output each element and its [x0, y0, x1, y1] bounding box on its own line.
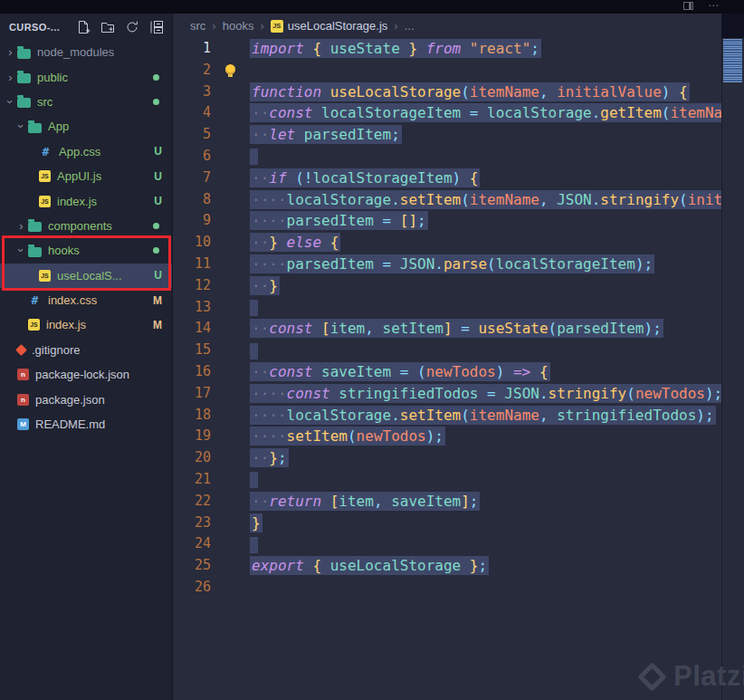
gutter-decorations — [220, 533, 250, 555]
code-line-16[interactable]: 16··const saveItem = (newTodos) => { — [173, 361, 721, 383]
code-line-8[interactable]: 8····localStorage.setItem(itemName, JSON… — [173, 189, 721, 211]
breadcrumb-item[interactable]: hooks — [223, 19, 254, 33]
code-line-25[interactable]: 25export { useLocalStorage }; — [173, 555, 721, 577]
line-number: 15 — [173, 340, 220, 361]
tree-item-hooks[interactable]: ›hooks — [0, 238, 172, 263]
gutter-decorations — [220, 555, 250, 577]
refresh-icon — [125, 20, 139, 34]
code-line-4[interactable]: 4··const localStorageItem = localStorage… — [173, 102, 721, 124]
code-line-10[interactable]: 10··} else { — [173, 232, 721, 254]
code-line-7[interactable]: 7··if (!localStorageItem) { — [173, 168, 721, 189]
selection-stub — [250, 300, 258, 316]
chevron-down-icon: › — [4, 95, 17, 109]
js-file-icon: JS — [39, 270, 51, 282]
tree-item-app-css[interactable]: #App.cssU — [0, 139, 172, 164]
tree-item-label: package.json — [35, 393, 105, 407]
gutter-decorations — [220, 189, 250, 211]
code-line-3[interactable]: 3function useLocalStorage(itemName, init… — [173, 82, 721, 103]
refresh-explorer-button[interactable] — [124, 19, 140, 35]
code-line-18[interactable]: 18····localStorage.setItem(itemName, str… — [173, 405, 721, 427]
minimap-top-notch — [721, 14, 744, 38]
breadcrumb-item[interactable]: JSuseLocalStorage.js — [271, 19, 388, 33]
code-line-text: ··let parsedItem; — [250, 124, 721, 146]
code-line-26[interactable]: 26 — [173, 577, 721, 599]
tree-item-readme-md[interactable]: MREADME.md — [0, 412, 172, 436]
code-line-22[interactable]: 22··return [item, saveItem]; — [173, 491, 721, 513]
code-line-17[interactable]: 17····const stringifiedTodos = JSON.stri… — [173, 383, 721, 405]
tree-item-components[interactable]: ›components — [0, 214, 172, 238]
tree-item-index-css[interactable]: #index.cssM — [0, 288, 172, 312]
gutter-decorations — [220, 383, 250, 405]
code-line-15[interactable]: 15 — [173, 340, 721, 361]
breadcrumb-item[interactable]: ... — [405, 19, 415, 33]
code-line-21[interactable]: 21 — [173, 469, 721, 491]
split-editor-icon[interactable] — [683, 2, 693, 10]
gutter-decorations — [220, 577, 250, 599]
more-actions-icon[interactable]: ⋯ — [708, 2, 719, 10]
tree-item-app[interactable]: ›App — [0, 114, 172, 139]
line-number: 13 — [173, 297, 220, 319]
breadcrumb-separator: › — [212, 19, 215, 33]
code-line-9[interactable]: 9····parsedItem = []; — [173, 210, 721, 232]
tree-item-index-js[interactable]: JSindex.jsM — [0, 312, 172, 337]
tree-item-index-js[interactable]: JSindex.jsU — [0, 188, 172, 213]
tree-item-label: App — [48, 120, 69, 133]
line-number: 9 — [173, 210, 220, 232]
code-line-text: ····localStorage.setItem(itemName, strin… — [250, 405, 721, 427]
code-line-text — [250, 577, 721, 599]
tree-item-gitignore[interactable]: .gitignore — [0, 338, 172, 362]
tree-item-package-lock-json[interactable]: npackage-lock.json — [0, 362, 172, 387]
js-file-icon: JS — [28, 319, 40, 331]
gutter-decorations — [220, 297, 250, 319]
minimap[interactable] — [721, 14, 744, 700]
line-number: 16 — [173, 361, 220, 383]
line-number: 11 — [173, 254, 220, 275]
gutter-decorations — [220, 146, 250, 168]
chevron-down-icon: › — [14, 120, 28, 133]
lightbulb-icon[interactable] — [225, 64, 235, 74]
code-line-14[interactable]: 14··const [item, setItem] = useState(par… — [173, 318, 721, 340]
code-line-text: ··if (!localStorageItem) { — [250, 168, 721, 189]
tree-item-label: useLocalS... — [57, 269, 122, 283]
explorer-sidebar: CURSO-... ›node_modules›public›src›App#A… — [0, 14, 173, 700]
folder-icon — [28, 222, 42, 232]
tree-item-appui-js[interactable]: JSAppUI.jsU — [0, 164, 172, 188]
tree-item-label: package-lock.json — [35, 368, 129, 381]
line-number: 23 — [173, 513, 220, 534]
tree-item-public[interactable]: ›public — [0, 64, 172, 89]
tree-item-node-modules[interactable]: ›node_modules — [0, 40, 172, 64]
editor-actions: ⋯ — [683, 2, 719, 10]
code-line-11[interactable]: 11····parsedItem = JSON.parse(localStora… — [173, 254, 721, 275]
css-file-icon: # — [39, 145, 52, 158]
code-line-2[interactable]: 2 — [173, 60, 721, 82]
tab-bar: ⋯ — [0, 0, 744, 14]
breadcrumb-item[interactable]: src — [190, 19, 205, 33]
line-number: 25 — [173, 555, 220, 577]
tree-item-src[interactable]: ›src — [0, 90, 172, 114]
line-number: 17 — [173, 383, 220, 405]
tree-item-package-json[interactable]: npackage.json — [0, 387, 172, 411]
new-folder-button[interactable] — [100, 19, 116, 35]
chevron-right-icon: › — [4, 71, 17, 84]
code-line-20[interactable]: 20··}; — [173, 447, 721, 469]
code-line-text: ··return [item, saveItem]; — [250, 491, 721, 513]
code-line-19[interactable]: 19····setItem(newTodos); — [173, 426, 721, 447]
collapse-all-icon — [149, 20, 164, 34]
npm-file-icon: n — [17, 369, 29, 380]
code-line-1[interactable]: 1import { useState } from "react"; — [173, 38, 721, 60]
collapse-folders-button[interactable] — [148, 19, 165, 35]
gutter-decorations — [220, 38, 250, 60]
code-line-23[interactable]: 23} — [173, 513, 721, 534]
code-line-12[interactable]: 12··} — [173, 275, 721, 297]
code-line-5[interactable]: 5··let parsedItem; — [173, 124, 721, 146]
new-file-button[interactable] — [75, 19, 91, 35]
code-line-6[interactable]: 6 — [173, 146, 721, 168]
code-area[interactable]: 1import { useState } from "react";23func… — [173, 38, 721, 700]
git-status-badge: U — [154, 269, 162, 282]
code-line-24[interactable]: 24 — [173, 533, 721, 555]
code-line-text: ····parsedItem = []; — [250, 210, 721, 232]
line-number: 3 — [173, 82, 220, 103]
tree-item-uselocals[interactable]: JSuseLocalS...U — [0, 264, 172, 288]
editor-pane: src›hooks›JSuseLocalStorage.js›... 1impo… — [173, 14, 744, 700]
code-line-13[interactable]: 13 — [173, 297, 721, 319]
